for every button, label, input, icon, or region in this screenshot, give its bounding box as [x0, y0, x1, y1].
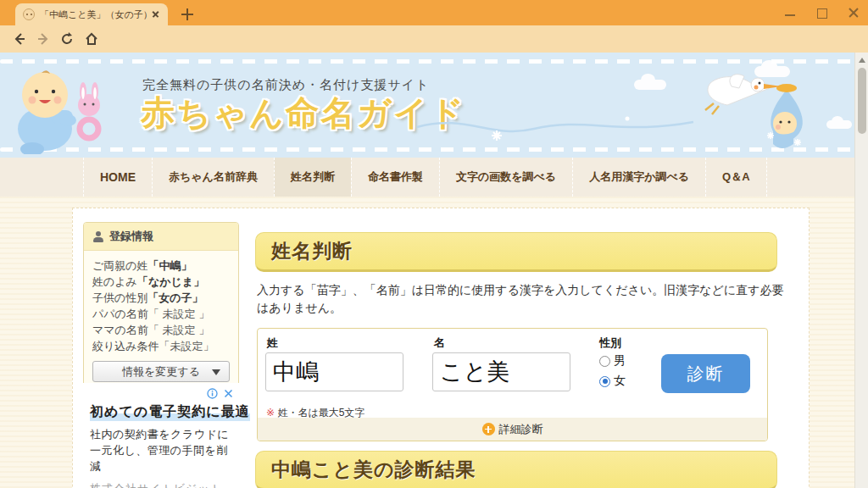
gender-label: 性別: [599, 336, 621, 351]
browser-window: 「中嶋こと美」（女の子）の姓名判断 b-name.jp/姓名判断/f/中嶋__こ…: [0, 0, 868, 488]
browser-tab[interactable]: 「中嶋こと美」（女の子）の姓名判断: [15, 3, 168, 25]
gender-option-male[interactable]: 男: [599, 353, 626, 369]
window-close-button[interactable]: [849, 8, 859, 18]
scrollbar-up-arrow[interactable]: [859, 58, 865, 63]
nav-item-home[interactable]: HOME: [83, 158, 152, 197]
reg-row-mother-name: ママの名前「 未設定 」: [92, 322, 230, 338]
chevron-down-icon: [212, 369, 220, 375]
tab-strip: 「中嶋こと美」（女の子）の姓名判断: [0, 0, 868, 25]
forward-button[interactable]: [34, 30, 53, 48]
scrollbar-thumb[interactable]: [858, 68, 866, 134]
registration-info-header: 登録情報: [84, 223, 238, 251]
content-panel: 登録情報 ご両親の姓「中嶋」 姓のよみ「なかじま」 子供の性別「女の子」 パパの…: [72, 208, 810, 488]
reg-row-child-gender: 子供の性別「女の子」: [92, 290, 230, 306]
diagnose-button[interactable]: 診断: [661, 354, 750, 393]
tab-close-icon[interactable]: [149, 8, 163, 21]
browser-toolbar: b-name.jp/姓名判断/f/中嶋__こと美#result a ♻: [0, 25, 868, 53]
stork-illustration: [685, 71, 833, 156]
nav-item-stroke-count[interactable]: 文字の画数を調べる: [439, 158, 572, 197]
detail-diagnosis-link[interactable]: 詳細診断: [258, 418, 767, 441]
nav-item-meimeisho[interactable]: 命名書作製: [351, 158, 439, 197]
result-banner: 中嶋こと美の診断結果: [255, 451, 777, 488]
nav-item-name-dictionary[interactable]: 赤ちゃん名前辞典: [152, 158, 274, 197]
person-icon: [92, 231, 104, 242]
ad-box: 初めての電子契約に最適 社内の契約書をクラウドに一元化し、管理の手間を削減 株式…: [83, 383, 239, 488]
page-scrollbar[interactable]: [854, 53, 868, 488]
gender-option-female[interactable]: 女: [599, 374, 626, 389]
mei-input[interactable]: [432, 352, 570, 391]
ad-close-icon[interactable]: [223, 388, 234, 399]
ad-title[interactable]: 初めての電子契約に最適: [90, 403, 250, 421]
window-maximize-button[interactable]: [816, 8, 826, 18]
sei-input[interactable]: [265, 352, 403, 391]
nav-item-seimei-handan[interactable]: 姓名判断: [274, 158, 351, 197]
tab-title: 「中嶋こと美」（女の子）の姓名判断: [40, 8, 147, 21]
registration-info-box: 登録情報 ご両親の姓「中嶋」 姓のよみ「なかじま」 子供の性別「女の子」 パパの…: [83, 222, 239, 391]
reg-row-father-name: パパの名前「 未設定 」: [92, 306, 230, 322]
radio-male[interactable]: [599, 356, 610, 367]
ad-body: 社内の契約書をクラウドに一元化し、管理の手間を削減: [90, 426, 232, 474]
page-title: 姓名判断: [271, 238, 353, 264]
name-form: 姓 名 性別 男 女 診断 ※ 姓・名は最大5文字: [257, 328, 768, 441]
mei-label: 名: [434, 336, 445, 351]
new-tab-button[interactable]: [180, 7, 195, 22]
reload-icon: [59, 31, 75, 47]
nav-item-qa[interactable]: Q＆A: [705, 158, 767, 197]
home-icon: [84, 31, 99, 47]
ad-info-icon[interactable]: [207, 388, 218, 399]
radio-female[interactable]: [599, 376, 610, 387]
change-info-button[interactable]: 情報を変更する: [92, 361, 230, 382]
registration-info-title: 登録情報: [109, 229, 153, 244]
page-title-banner: 姓名判断: [255, 232, 777, 272]
reload-button[interactable]: [58, 30, 76, 48]
sei-label: 姓: [267, 336, 278, 351]
window-minimize-button[interactable]: [785, 8, 795, 18]
swirl-decoration: [415, 102, 695, 152]
site-header: 完全無料の子供の名前決め・名付け支援サイト 赤ちゃん命名ガイド: [0, 53, 854, 158]
baby-illustration: [7, 68, 121, 154]
ad-advertiser: 株式会社サイトビジット: [90, 481, 232, 488]
plus-icon: [482, 423, 495, 435]
main-navigation: HOME 赤ちゃん名前辞典 姓名判断 命名書作製 文字の画数を調べる 人名用漢字…: [0, 158, 854, 197]
back-button[interactable]: [10, 30, 29, 48]
header-top-dashed-line: [0, 59, 854, 64]
web-page: 完全無料の子供の名前決め・名付け支援サイト 赤ちゃん命名ガイド: [0, 53, 854, 488]
back-icon: [12, 31, 27, 47]
cloud-decoration: [634, 80, 666, 90]
forward-icon: [36, 31, 51, 47]
result-heading: 中嶋こと美の診断結果: [271, 457, 476, 483]
reg-row-surname-reading: 姓のよみ「なかじま」: [92, 274, 230, 290]
site-favicon: [23, 8, 35, 20]
home-button[interactable]: [82, 30, 101, 48]
nav-item-jinmeiyo-kanji[interactable]: 人名用漢字か調べる: [572, 158, 705, 197]
form-description: 入力する「苗字」、「名前」は日常的に使用する漢字を入力してください。旧漢字などに…: [257, 281, 789, 317]
reg-row-surname: ご両親の姓「中嶋」: [92, 258, 230, 274]
reg-row-filter: 絞り込み条件「未設定」: [92, 338, 230, 354]
